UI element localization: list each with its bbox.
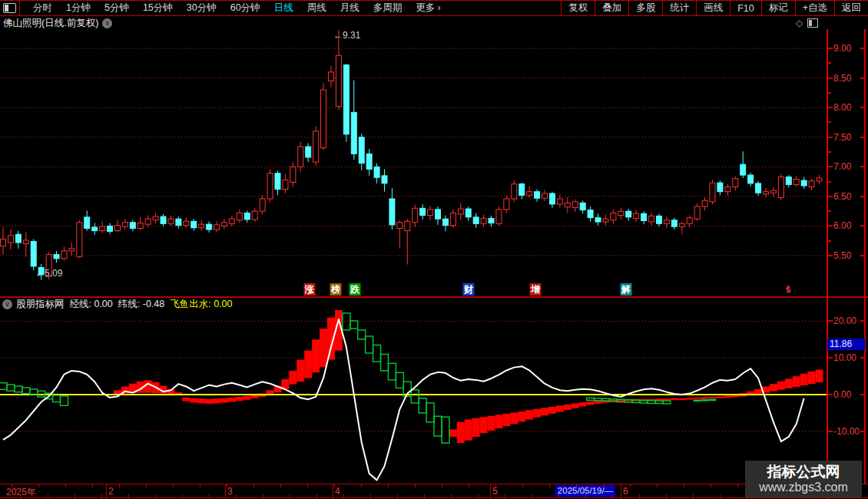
axis-tick xyxy=(684,484,684,487)
chevron-down-icon[interactable]: ∨ xyxy=(2,299,12,309)
indicator-axis-label: 10.00 xyxy=(833,352,856,363)
axis-tick xyxy=(639,494,640,497)
axis-tick xyxy=(603,484,604,487)
axis-tick xyxy=(860,320,864,322)
event-marker-解[interactable]: 解 xyxy=(621,283,632,296)
diamond-icon[interactable]: ◇ xyxy=(796,18,803,28)
menu-item-2[interactable]: 1分钟 xyxy=(66,2,91,15)
indicator-values: 经线: 0.00纬线: -0.48飞鱼出水: 0.00 xyxy=(70,298,238,311)
axis-tick xyxy=(860,357,864,359)
axis-tick xyxy=(290,494,290,497)
axis-tick xyxy=(119,484,120,487)
axis-tick xyxy=(48,494,48,497)
axis-tick xyxy=(227,484,227,487)
axis-minor-tick xyxy=(828,210,831,212)
axis-tick xyxy=(128,494,129,497)
site-watermark: 指标公式网 www.zbgs3.com xyxy=(745,461,862,497)
event-marker-ŝ[interactable]: ŝ xyxy=(783,283,794,296)
axis-tick xyxy=(860,78,864,79)
month-separator xyxy=(621,484,621,497)
toolbar-button-2[interactable]: 叠加 xyxy=(595,1,628,15)
toolbar-button-5[interactable]: 画线 xyxy=(696,1,730,15)
axis-tick xyxy=(532,494,532,497)
axis-minor-tick xyxy=(828,181,831,183)
chart-title-row: 佛山照明(日线.前复权) ∨ xyxy=(0,17,112,29)
toolbar-button-6[interactable]: F10 xyxy=(730,1,761,15)
event-marker-涨[interactable]: 涨 xyxy=(304,283,316,296)
event-marker-跌[interactable]: 跌 xyxy=(350,283,361,296)
menu-item-11[interactable]: 更多 › xyxy=(416,2,441,15)
month-separator xyxy=(106,484,107,497)
menu-item-9[interactable]: 月线 xyxy=(340,2,359,15)
title-right-icons: ◇ xyxy=(796,17,827,29)
indicator-chart[interactable] xyxy=(0,310,827,484)
axis-tick xyxy=(860,255,864,256)
axis-minor-tick xyxy=(828,92,831,94)
axis-tick xyxy=(828,394,833,395)
menu-item-3[interactable]: 5分钟 xyxy=(104,2,129,15)
time-axis[interactable]: 2025/05/19/— 2025年23456 xyxy=(0,484,868,498)
axis-minor-tick xyxy=(828,121,831,123)
toolbar-button-3[interactable]: 多股 xyxy=(628,1,662,15)
event-marker-榜[interactable]: 榜 xyxy=(330,283,342,296)
axis-tick xyxy=(828,196,833,197)
axis-tick xyxy=(316,494,317,497)
axis-tick xyxy=(585,494,586,497)
time-axis-label: 3 xyxy=(227,486,233,497)
axis-tick xyxy=(361,484,362,487)
toolbar-button-1[interactable]: 复权 xyxy=(561,1,595,15)
chevron-down-icon[interactable]: ∨ xyxy=(102,18,112,28)
event-marker-增[interactable]: 增 xyxy=(530,283,542,296)
menu-item-5[interactable]: 30分钟 xyxy=(187,2,217,15)
menu-item-8[interactable]: 周线 xyxy=(307,2,326,15)
price-axis-label: 8.00 xyxy=(833,102,851,113)
axis-tick xyxy=(828,78,833,79)
indicator-name[interactable]: 股朋指标网 xyxy=(16,298,65,311)
axis-tick xyxy=(253,484,254,487)
indicator-field-2: 纬线: -0.48 xyxy=(118,298,164,311)
axis-tick xyxy=(38,484,39,487)
axis-tick xyxy=(828,48,833,49)
price-axis-label: 8.50 xyxy=(833,73,851,84)
menu-item-7[interactable]: 日线 xyxy=(274,2,293,15)
pane-layout-icon[interactable] xyxy=(807,18,818,28)
menu-item-10[interactable]: 多周期 xyxy=(373,2,403,15)
month-separator xyxy=(333,484,333,497)
time-axis-label: 5 xyxy=(492,486,498,497)
watermark-title: 指标公式网 xyxy=(767,464,840,481)
axis-tick xyxy=(442,484,442,487)
toolbar-buttons: 复权叠加多股统计画线F10标记+自选返回 xyxy=(561,1,868,15)
menu-item-1[interactable]: 分时 xyxy=(33,2,52,15)
toolbar-button-7[interactable]: 标记 xyxy=(761,1,795,15)
axis-tick xyxy=(828,107,833,108)
month-separator xyxy=(490,484,491,497)
menu-item-6[interactable]: 60分钟 xyxy=(230,2,260,15)
toolbar-button-4[interactable]: 统计 xyxy=(662,1,696,15)
menu-item-4[interactable]: 15分钟 xyxy=(143,2,173,15)
period-toolbar: 分时1分钟5分钟15分钟30分钟60分钟日线周线月线多周期更多 › 复权叠加多股… xyxy=(0,0,868,16)
axis-tick xyxy=(860,48,864,49)
axis-tick xyxy=(146,484,147,487)
axis-tick xyxy=(860,107,864,108)
event-marker-财[interactable]: 财 xyxy=(463,283,475,296)
time-axis-label: 4 xyxy=(335,486,340,497)
candlestick-chart[interactable] xyxy=(0,29,827,296)
axis-tick xyxy=(630,484,631,487)
axis-tick xyxy=(280,484,281,487)
axis-tick xyxy=(469,484,469,487)
time-axis-label: 2 xyxy=(108,486,114,497)
time-axis-label: 6 xyxy=(623,486,628,497)
chart-title: 佛山照明(日线.前复权) xyxy=(3,17,98,30)
axis-tick xyxy=(415,484,416,487)
window-edge-ruler[interactable] xyxy=(864,29,866,484)
axis-tick xyxy=(236,494,237,497)
axis-tick xyxy=(495,484,496,487)
axis-tick xyxy=(860,196,864,197)
high-price-label: ←9.31 xyxy=(333,30,360,41)
axis-line xyxy=(827,29,828,499)
indicator-value-badge: 11.86 xyxy=(827,339,865,350)
layout-toggle-button[interactable] xyxy=(0,1,20,15)
axis-tick xyxy=(576,484,577,487)
axis-tick xyxy=(12,484,12,487)
axis-minor-tick xyxy=(828,151,831,153)
